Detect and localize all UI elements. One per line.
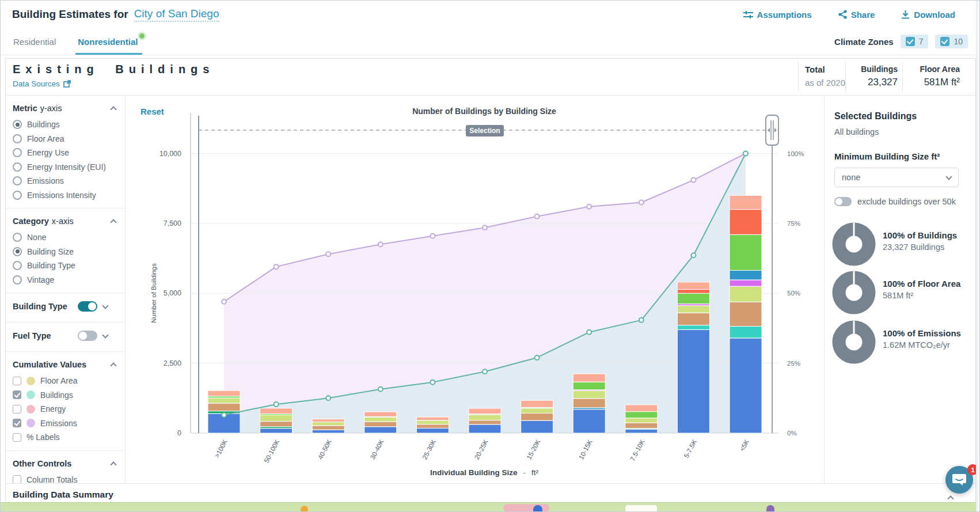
emissions-data-point[interactable] <box>691 178 696 183</box>
bar-segment-5k-steel[interactable] <box>730 270 762 280</box>
buildings-data-point[interactable] <box>587 330 591 335</box>
bar-segment-100k-salmon[interactable] <box>208 390 240 396</box>
bar-segment-25-30k-royal[interactable] <box>416 428 449 433</box>
bar-segment-10-15k-royal[interactable] <box>573 409 605 433</box>
radio-buildings[interactable]: Buildings <box>13 117 125 132</box>
checkbox-emissions[interactable]: Emissions <box>13 416 125 431</box>
bar-segment-40-50k-tan[interactable] <box>312 426 344 430</box>
bar-segment-30-40k-lime[interactable] <box>364 417 397 422</box>
buildings-data-point[interactable] <box>378 387 383 392</box>
emissions-data-point[interactable] <box>483 225 487 230</box>
city-selector-link[interactable]: City of San Diego <box>134 7 219 22</box>
radio-emissions-intensity[interactable]: Emissions Intensity <box>13 188 125 203</box>
bar-segment-40-50k-lime[interactable] <box>312 422 344 426</box>
bar-segment-5-7-5k-tan[interactable] <box>677 313 709 325</box>
bar-segment-30-40k-royal[interactable] <box>364 427 397 433</box>
bar-segment-5k-tan[interactable] <box>730 302 762 326</box>
bar-segment-5-7-5k-salmon[interactable] <box>677 282 709 290</box>
bar-segment-30-40k-salmon[interactable] <box>364 412 397 416</box>
bar-segment-10-15k-tan[interactable] <box>573 399 605 408</box>
bar-segment-5k-salmon[interactable] <box>730 195 762 209</box>
buildings-data-point[interactable] <box>639 318 644 323</box>
bar-segment-25-30k-tan[interactable] <box>416 424 449 428</box>
radio-energy-use[interactable]: Energy Use <box>13 146 125 160</box>
bar-segment-25-30k-lime[interactable] <box>416 420 449 424</box>
bar-segment-20-25k-tan[interactable] <box>469 420 501 424</box>
bar-segment-5-7-5k-teal[interactable] <box>677 325 709 330</box>
bar-segment-15-20k-royal[interactable] <box>521 420 553 433</box>
emissions-data-point[interactable] <box>274 264 279 269</box>
bar-segment-5k-royal[interactable] <box>730 338 762 433</box>
emissions-data-point[interactable] <box>378 242 383 246</box>
buildings-data-point[interactable] <box>535 355 540 360</box>
bar-segment-25-30k-salmon[interactable] <box>416 417 449 420</box>
bar-segment-20-25k-royal[interactable] <box>469 424 501 433</box>
tab-residential[interactable]: Residential <box>12 29 57 55</box>
chevron-up-icon[interactable] <box>110 461 116 468</box>
bar-segment-5k-orange[interactable] <box>730 210 762 235</box>
buildings-data-point[interactable] <box>430 380 435 385</box>
buildings-data-point[interactable] <box>326 396 331 400</box>
fuel-type-toggle[interactable] <box>78 331 97 341</box>
emissions-data-point[interactable] <box>430 234 435 238</box>
emissions-data-point[interactable] <box>222 299 226 304</box>
climate-zone-7-checkbox[interactable]: 7 <box>901 35 929 48</box>
bar-segment-7-5-10k-salmon[interactable] <box>625 405 658 412</box>
bar-segment-40-50k-royal[interactable] <box>312 430 344 433</box>
checkbox-floor-area[interactable]: Floor Area <box>13 374 125 388</box>
chevron-down-icon[interactable] <box>102 332 108 338</box>
bar-segment-10-15k-lime[interactable] <box>573 390 605 399</box>
bar-segment-30-40k-tan[interactable] <box>364 422 397 427</box>
bar-segment-5k-grass[interactable] <box>730 234 762 270</box>
bar-segment-5k-lime[interactable] <box>730 286 762 302</box>
emissions-data-point[interactable] <box>326 252 331 256</box>
radio-vintage[interactable]: Vintage <box>13 273 125 287</box>
checkbox-column-totals[interactable]: Column Totals <box>13 473 125 484</box>
bar-segment-10-15k-salmon[interactable] <box>573 374 605 382</box>
radio-energy-intensity-eui[interactable]: Energy Intensity (EUI) <box>13 160 125 175</box>
checkbox-labels[interactable]: % Labels <box>13 430 125 445</box>
bar-segment-100k-lime[interactable] <box>208 398 240 403</box>
chevron-up-icon[interactable] <box>110 362 116 369</box>
bar-segment-7-5-10k-lime[interactable] <box>625 418 658 423</box>
bar-segment-5-7-5k-royal[interactable] <box>677 329 709 433</box>
buildings-data-point[interactable] <box>743 151 748 156</box>
bar-segment-50-100k-lime[interactable] <box>260 415 293 421</box>
bar-segment-100k-tan[interactable] <box>208 403 240 411</box>
tab-nonresidential[interactable]: Nonresidential <box>77 29 139 55</box>
scrollbar-track[interactable] <box>976 1 979 511</box>
exclude-over-50k-toggle[interactable] <box>834 197 852 206</box>
radio-none[interactable]: None <box>13 230 125 245</box>
bar-segment-5-7-5k-grass[interactable] <box>677 293 709 304</box>
bar-segment-50-100k-tan[interactable] <box>260 422 293 427</box>
emissions-data-point[interactable] <box>639 200 644 204</box>
bar-segment-5-7-5k-orange[interactable] <box>677 289 709 293</box>
bar-segment-10-15k-grass[interactable] <box>573 382 605 390</box>
assumptions-button[interactable]: Assumptions <box>743 10 812 20</box>
chevron-down-icon[interactable] <box>102 302 108 309</box>
buildings-data-point[interactable] <box>691 253 696 257</box>
bar-segment-40-50k-salmon[interactable] <box>312 419 344 422</box>
buildings-data-point[interactable] <box>274 402 279 407</box>
bar-segment-15-20k-salmon[interactable] <box>521 400 553 407</box>
min-size-dropdown[interactable]: none <box>834 168 959 187</box>
bar-segment-15-20k-lime[interactable] <box>521 408 553 414</box>
building-type-toggle[interactable] <box>78 301 97 312</box>
bar-segment-7-5-10k-tan[interactable] <box>625 423 658 428</box>
bar-segment-20-25k-lime[interactable] <box>469 415 501 420</box>
radio-building-type[interactable]: Building Type <box>13 259 125 273</box>
bar-segment-7-5-10k-royal[interactable] <box>625 429 658 433</box>
bar-segment-20-25k-salmon[interactable] <box>469 408 501 414</box>
data-sources-link[interactable]: Data Sources <box>13 79 71 88</box>
bar-segment-5-7-5k-lime[interactable] <box>677 306 709 313</box>
buildings-data-point[interactable] <box>483 369 487 374</box>
bar-segment-50-100k-salmon[interactable] <box>260 408 293 414</box>
bar-segment-5k-teal[interactable] <box>730 327 762 338</box>
share-button[interactable]: Share <box>838 10 875 20</box>
buildings-data-point[interactable] <box>222 412 226 417</box>
radio-emissions[interactable]: Emissions <box>13 174 125 188</box>
emissions-data-point[interactable] <box>587 204 591 209</box>
bar-segment-50-100k-royal[interactable] <box>260 428 293 433</box>
bar-segment-7-5-10k-grass[interactable] <box>625 412 658 418</box>
radio-floor-area[interactable]: Floor Area <box>13 132 125 146</box>
